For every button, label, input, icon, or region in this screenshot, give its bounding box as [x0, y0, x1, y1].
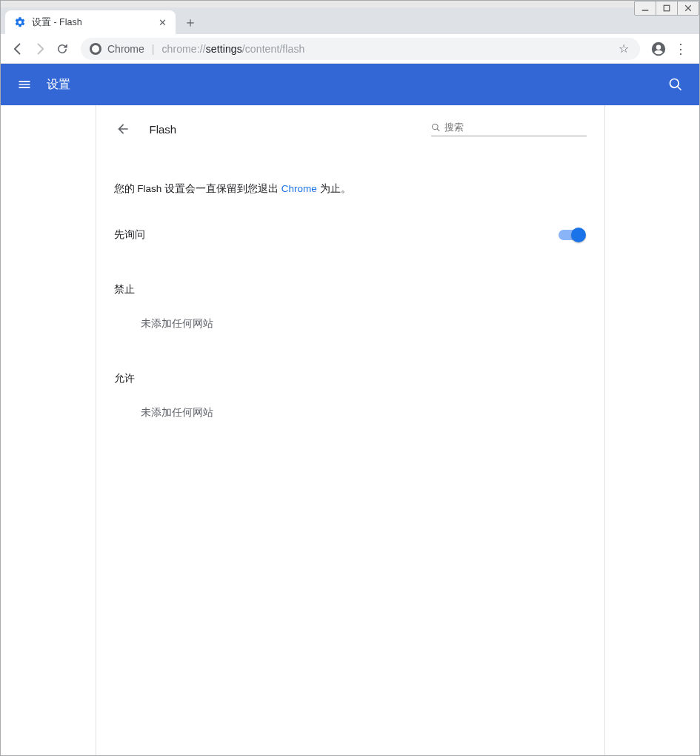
- info-text: 您的 Flash 设置会一直保留到您退出 Chrome 为止。: [114, 182, 587, 196]
- toggle-label: 先询问: [114, 228, 145, 242]
- window-maximize-button[interactable]: [656, 1, 678, 16]
- bookmark-star-icon[interactable]: ☆: [616, 42, 631, 56]
- nav-back-button[interactable]: [7, 38, 29, 60]
- allow-empty-text: 未添加任何网站: [114, 406, 587, 420]
- panel-search[interactable]: [431, 122, 587, 136]
- browser-toolbar: Chrome | chrome://settings/content/flash…: [1, 34, 699, 64]
- nav-reload-button[interactable]: [51, 38, 73, 60]
- browser-tab[interactable]: 设置 - Flash ✕: [5, 10, 176, 34]
- separator: |: [152, 43, 155, 55]
- settings-panel: Flash 您的 Flash 设置会一直保留到您退出 Chrome 为止。 先询…: [96, 105, 605, 755]
- origin-label: Chrome: [107, 43, 144, 55]
- settings-title: 设置: [47, 77, 70, 93]
- window-close-button[interactable]: [677, 1, 699, 16]
- site-info-icon[interactable]: [90, 43, 101, 55]
- new-tab-button[interactable]: ＋: [180, 12, 201, 33]
- kebab-menu-button[interactable]: ⋮: [670, 38, 692, 60]
- block-heading: 禁止: [114, 283, 587, 296]
- address-bar[interactable]: Chrome | chrome://settings/content/flash…: [81, 38, 640, 60]
- allow-heading: 允许: [114, 372, 587, 385]
- chrome-link[interactable]: Chrome: [281, 183, 317, 194]
- tab-title: 设置 - Flash: [32, 16, 82, 29]
- settings-header: 设置: [1, 64, 699, 105]
- search-icon[interactable]: [667, 76, 684, 93]
- menu-icon[interactable]: [16, 76, 33, 93]
- block-empty-text: 未添加任何网站: [114, 317, 587, 331]
- gear-icon: [14, 16, 26, 28]
- close-icon[interactable]: ✕: [156, 16, 168, 28]
- url-text: chrome://settings/content/flash: [161, 43, 616, 55]
- ask-first-toggle[interactable]: [559, 230, 584, 240]
- svg-rect-0: [642, 10, 649, 11]
- search-icon: [431, 122, 441, 133]
- back-arrow-icon[interactable]: [114, 120, 132, 138]
- window-titlebar: [1, 1, 699, 7]
- nav-forward-button[interactable]: [29, 38, 51, 60]
- svg-rect-1: [664, 5, 670, 11]
- tab-strip: 设置 - Flash ✕ ＋: [1, 7, 699, 34]
- profile-button[interactable]: [647, 38, 670, 60]
- window-minimize-button[interactable]: [634, 1, 656, 16]
- content-area: Flash 您的 Flash 设置会一直保留到您退出 Chrome 为止。 先询…: [1, 105, 699, 755]
- ask-first-row: 先询问: [114, 228, 587, 242]
- panel-search-input[interactable]: [444, 122, 586, 133]
- svg-point-2: [92, 45, 99, 53]
- page-title: Flash: [150, 123, 177, 136]
